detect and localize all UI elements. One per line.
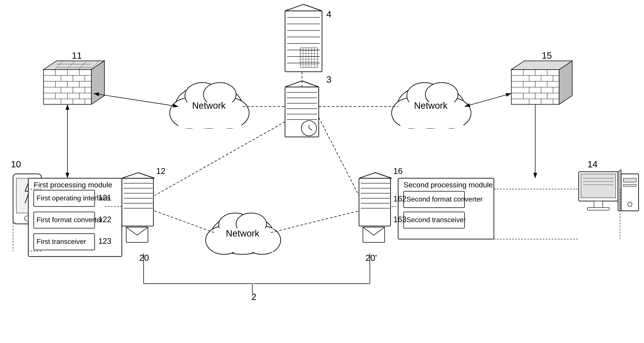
- label-20prime: 20': [366, 253, 377, 263]
- desktop-14: [579, 170, 638, 211]
- server-16: [359, 173, 392, 242]
- server-12: [122, 173, 154, 242]
- network-label-right: Network: [414, 100, 448, 111]
- svg-marker-38: [122, 173, 154, 178]
- svg-rect-47: [359, 178, 390, 226]
- svg-line-151: [94, 93, 178, 106]
- second-processing-module-label: Second processing module: [404, 181, 493, 189]
- firewall-11: [44, 61, 104, 104]
- second-processing-module: Second processing module Second format c…: [398, 178, 494, 239]
- first-transceiver-label: First transceiver: [36, 238, 86, 245]
- label-162: 162: [393, 194, 406, 203]
- server-4: [285, 4, 322, 72]
- network-cloud-left: Network: [170, 83, 249, 128]
- label-2: 2: [251, 292, 256, 302]
- svg-line-159: [271, 211, 359, 233]
- svg-marker-150: [618, 170, 621, 211]
- label-20: 20: [139, 253, 149, 263]
- svg-line-157: [154, 122, 285, 196]
- first-processing-module-label: First processing module: [34, 181, 112, 189]
- firewall-15: [511, 61, 572, 104]
- label-121: 121: [98, 193, 112, 202]
- label-122: 122: [98, 215, 112, 224]
- svg-marker-48: [359, 173, 392, 178]
- first-format-converter-label: First format converter: [36, 216, 103, 224]
- svg-rect-141: [594, 201, 603, 208]
- label-14: 14: [588, 159, 598, 169]
- label-4: 4: [326, 9, 331, 19]
- svg-rect-2: [285, 11, 322, 72]
- second-format-converter-label: Second format converter: [406, 195, 483, 203]
- svg-line-154: [464, 93, 511, 106]
- server-3: [285, 81, 319, 137]
- label-123: 123: [98, 237, 112, 246]
- label-10: 10: [11, 159, 21, 169]
- svg-line-156: [319, 117, 359, 196]
- svg-marker-3: [285, 4, 322, 11]
- svg-line-158: [154, 211, 214, 233]
- label-16: 16: [393, 166, 402, 176]
- svg-rect-37: [122, 178, 154, 226]
- diagram: Network Network Network: [0, 0, 644, 343]
- svg-rect-144: [623, 178, 636, 182]
- label-3: 3: [326, 74, 331, 84]
- network-cloud-bottom: Network: [206, 213, 281, 254]
- network-cloud-right: Network: [392, 83, 471, 128]
- label-15: 15: [542, 50, 552, 61]
- network-label-left: Network: [192, 100, 226, 111]
- label-163: 163: [393, 215, 406, 224]
- second-transceiver-label: Second transceiver: [406, 216, 466, 224]
- label-12: 12: [156, 166, 165, 176]
- svg-rect-145: [623, 184, 636, 187]
- network-label-bottom: Network: [226, 228, 260, 238]
- label-11: 11: [72, 50, 82, 61]
- svg-rect-142: [588, 208, 609, 210]
- svg-rect-140: [581, 174, 616, 198]
